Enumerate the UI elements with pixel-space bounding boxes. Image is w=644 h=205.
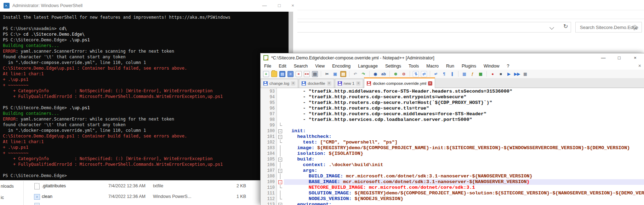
close-button[interactable]: × xyxy=(287,1,298,10)
line-number: 103 xyxy=(261,145,275,151)
minimize-button[interactable]: — xyxy=(597,54,609,62)
menu-item-encoding[interactable]: Encoding xyxy=(332,64,351,69)
code-token: ${REGISTRY}demo/${COMPOSE_PROJECT_NAME}-… xyxy=(314,145,630,151)
save-icon[interactable]: ▤ xyxy=(279,71,285,77)
menu-item-edit[interactable]: Edit xyxy=(279,64,286,69)
fold-marker[interactable] xyxy=(277,123,284,128)
fold-marker[interactable]: − xyxy=(277,168,284,174)
word-wrap-icon[interactable]: ↵ xyxy=(433,71,439,77)
maximize-button[interactable]: □ xyxy=(613,54,625,62)
fold-marker[interactable] xyxy=(277,151,284,157)
close-document-icon[interactable]: × xyxy=(638,63,641,69)
record-macro-icon[interactable]: ● xyxy=(490,71,496,77)
tab-change-log[interactable]: change.log× xyxy=(261,79,298,88)
file-row[interactable]: .gitattributes7/4/2022 12:36 AMtxtfile2 … xyxy=(32,181,258,192)
notepad-title-bar[interactable]: *C:\Sitecore.Demo.Edge\docker-compose.ov… xyxy=(261,53,644,63)
explorer-search-input[interactable]: Search Sitecore.Demo.Edge xyxy=(575,22,642,33)
fold-marker[interactable] xyxy=(277,140,284,145)
minimize-button[interactable]: — xyxy=(259,1,270,10)
stop-macro-icon[interactable]: ■ xyxy=(498,71,504,77)
copy-icon[interactable]: ▣ xyxy=(332,71,338,77)
show-all-characters-icon[interactable]: ¶ xyxy=(441,71,447,77)
fold-marker[interactable]: − xyxy=(277,179,284,185)
paste-icon[interactable]: ▤ xyxy=(340,71,346,77)
file-row[interactable]: ›clean7/4/2022 12:36 AMWindows PowerS...… xyxy=(32,192,258,202)
editor-area[interactable]: 93 - "traefik.http.middlewares.force-STS… xyxy=(261,88,644,205)
sync-horizontal-scroll-icon[interactable]: ⇄ xyxy=(421,71,427,77)
menu-item-[interactable]: ? xyxy=(507,64,509,69)
fold-marker[interactable] xyxy=(277,191,284,196)
refresh-icon[interactable]: ↻ xyxy=(563,23,568,30)
undo-icon[interactable]: ↶ xyxy=(352,71,358,77)
menu-item-run[interactable]: Run xyxy=(446,64,454,69)
editor-line: 94 - "traefik.http.routers.cdp-secure.en… xyxy=(261,94,644,100)
menu-item-tools[interactable]: Tools xyxy=(409,64,419,69)
text-file-icon xyxy=(34,183,40,189)
nav-pane-item[interactable]: nloads xyxy=(1,184,14,189)
tab-docker-compose-override-yml[interactable]: docker-compose.override.yml× xyxy=(364,77,435,88)
zoom-in-icon[interactable]: ⊕ xyxy=(393,71,399,77)
menu-item-file[interactable]: File xyxy=(264,64,271,69)
replace-icon[interactable]: ab xyxy=(381,71,387,77)
indent-guide-icon[interactable]: ∥ xyxy=(449,71,455,77)
print-icon[interactable]: ▤ xyxy=(312,71,318,77)
menu-item-plugins[interactable]: Plugins xyxy=(462,64,476,69)
editor-line: 97 - "traefik.http.routers.cdp-secure.mi… xyxy=(261,111,644,117)
fold-marker[interactable]: − xyxy=(277,134,284,140)
menu-item-window[interactable]: Window xyxy=(484,64,499,69)
run-macro-multiple-icon[interactable]: ▶▶ xyxy=(514,71,520,77)
console-line: + FullyQualifiedErrorId : Microsoft.Powe… xyxy=(3,94,289,99)
search-icon[interactable] xyxy=(633,25,637,29)
fold-minus: − xyxy=(278,180,282,184)
console-text: Install the latest PowerShell for new fe… xyxy=(3,15,230,20)
sync-vertical-scroll-icon[interactable]: ⇅ xyxy=(413,71,419,77)
editor-line-text: - "traefik.http.routers.cdp-secure.rule=… xyxy=(286,100,492,106)
fold-marker[interactable] xyxy=(277,162,284,168)
close-all-icon[interactable]: ×× xyxy=(304,71,310,77)
fold-marker[interactable]: − xyxy=(277,128,284,134)
redo-icon[interactable]: ↷ xyxy=(360,71,366,77)
explorer-address-bar[interactable]: ↻ xyxy=(297,22,571,33)
fold-marker[interactable]: − xyxy=(277,157,284,162)
maximize-button[interactable]: □ xyxy=(274,1,285,10)
tab-close-icon[interactable]: × xyxy=(428,81,432,86)
close-icon[interactable]: × xyxy=(296,71,302,77)
zoom-out-icon[interactable]: ⊖ xyxy=(401,71,407,77)
find-icon[interactable]: ◉ xyxy=(372,71,378,77)
tab-close-icon[interactable]: × xyxy=(291,81,295,86)
tab-dockerfile[interactable]: dockerfile× xyxy=(299,79,334,88)
menu-item-language[interactable]: Language xyxy=(358,64,378,69)
menu-item-view[interactable]: View xyxy=(315,64,325,69)
folder-as-workspace-icon[interactable]: ▦ xyxy=(478,71,484,77)
menu-item-macro[interactable]: Macro xyxy=(426,64,439,69)
save-macro-icon[interactable]: ▦ xyxy=(522,71,528,77)
fold-marker[interactable]: − xyxy=(277,202,284,205)
function-list-icon[interactable]: ƒ xyxy=(469,71,475,77)
powershell-console[interactable]: Install the latest PowerShell for new fe… xyxy=(0,12,289,180)
playback-macro-icon[interactable]: ▶ xyxy=(506,71,512,77)
close-button[interactable]: × xyxy=(629,54,641,62)
menu-item-search[interactable]: Search xyxy=(294,64,308,69)
console-line: PS C:\> cd .\Sitecore.Demo.Edge\ xyxy=(3,31,289,37)
cut-icon[interactable]: ✂ xyxy=(324,71,330,77)
new-file-icon[interactable]: + xyxy=(263,71,269,77)
console-text: PS C:\Sitecore.Demo.Edge> xyxy=(3,173,67,178)
tab-close-icon[interactable]: × xyxy=(327,81,331,86)
menu-item-settings[interactable]: Settings xyxy=(385,64,401,69)
tab-new-1[interactable]: new 1× xyxy=(335,79,364,88)
fold-marker[interactable] xyxy=(277,174,284,179)
save-all-icon[interactable]: ≡ xyxy=(287,71,293,77)
line-number: 97 xyxy=(261,111,275,117)
console-line: + .\up.ps1 xyxy=(3,145,289,150)
fold-marker[interactable] xyxy=(277,145,284,151)
powershell-title-bar[interactable]: >_ Administrator: Windows PowerShell — □… xyxy=(0,0,297,12)
chevron-down-icon[interactable] xyxy=(549,25,554,30)
nav-pane-item[interactable]: ic xyxy=(1,195,4,200)
fold-marker[interactable] xyxy=(277,196,284,202)
open-file-icon[interactable] xyxy=(271,71,277,77)
notepad-tab-bar: change.log×dockerfile×new 1×docker-compo… xyxy=(261,78,644,88)
fold-marker[interactable] xyxy=(277,185,284,191)
tab-close-icon[interactable]: × xyxy=(356,81,360,86)
document-map-icon[interactable]: ▥ xyxy=(461,71,467,77)
notepad-window-title: *C:\Sitecore.Demo.Edge\docker-compose.ov… xyxy=(271,55,434,60)
